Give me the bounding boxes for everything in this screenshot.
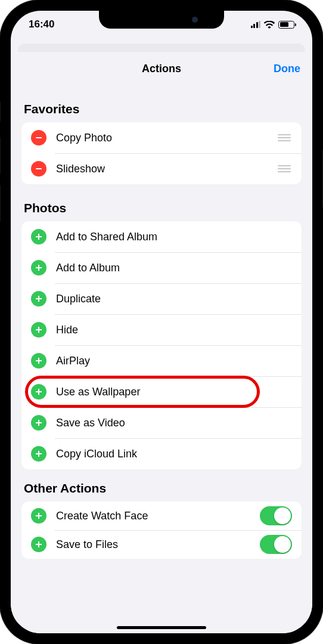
photos-list: Add to Shared Album Add to Album Duplica… <box>21 221 302 469</box>
photos-row-add-shared-album[interactable]: Add to Shared Album <box>21 221 302 252</box>
reorder-handle-icon[interactable] <box>278 134 292 141</box>
nav-bar: Actions Done <box>11 52 312 85</box>
cellular-signal-icon <box>251 21 261 28</box>
row-label: Slideshow <box>56 163 278 175</box>
actions-sheet: Actions Done Favorites Copy Photo <box>11 52 312 633</box>
iphone-device-frame: 16:40 Actions Done Favorites <box>0 0 323 644</box>
add-icon[interactable] <box>31 260 46 275</box>
photos-header: Photos <box>11 184 312 221</box>
mute-switch <box>0 101 1 122</box>
row-label: Duplicate <box>56 293 292 305</box>
row-label: Use as Wallpaper <box>56 386 292 398</box>
reorder-handle-icon[interactable] <box>278 165 292 172</box>
svg-rect-0 <box>36 137 42 138</box>
photos-row-airplay[interactable]: AirPlay <box>21 345 302 376</box>
wifi-icon <box>264 21 275 29</box>
add-icon[interactable] <box>31 322 46 338</box>
row-label: Hide <box>56 324 292 336</box>
add-icon[interactable] <box>31 353 46 369</box>
row-label: Save to Files <box>56 538 260 551</box>
row-label: Create Watch Face <box>56 510 260 522</box>
photos-row-duplicate[interactable]: Duplicate <box>21 283 302 314</box>
add-icon[interactable] <box>31 537 46 552</box>
battery-icon <box>278 21 294 29</box>
volume-up-button <box>0 137 1 174</box>
add-icon[interactable] <box>31 384 46 400</box>
favorites-header: Favorites <box>11 85 312 122</box>
remove-icon[interactable] <box>31 130 46 145</box>
toggle-switch[interactable] <box>260 535 292 554</box>
photos-row-save-as-video[interactable]: Save as Video <box>21 407 302 438</box>
row-label: Save as Video <box>56 417 292 429</box>
screen: 16:40 Actions Done Favorites <box>11 11 312 633</box>
remove-icon[interactable] <box>31 161 46 177</box>
notch <box>99 11 224 29</box>
photos-row-use-as-wallpaper[interactable]: Use as Wallpaper <box>21 376 302 407</box>
row-label: Add to Album <box>56 262 292 274</box>
add-icon[interactable] <box>31 446 46 462</box>
svg-rect-1 <box>36 168 42 169</box>
status-time: 16:40 <box>29 18 54 30</box>
status-right <box>251 21 295 29</box>
photos-row-hide[interactable]: Hide <box>21 314 302 345</box>
add-icon[interactable] <box>31 415 46 431</box>
add-icon[interactable] <box>31 291 46 306</box>
row-label: Add to Shared Album <box>56 231 292 243</box>
add-icon[interactable] <box>31 229 46 244</box>
photos-row-add-album[interactable]: Add to Album <box>21 252 302 283</box>
favorites-row-slideshow[interactable]: Slideshow <box>21 153 302 184</box>
background-card <box>18 44 305 52</box>
done-button[interactable]: Done <box>274 63 300 75</box>
photos-row-copy-icloud-link[interactable]: Copy iCloud Link <box>21 438 302 469</box>
row-label: Copy iCloud Link <box>56 448 292 460</box>
row-label: Copy Photo <box>56 132 278 144</box>
favorites-row-copy-photo[interactable]: Copy Photo <box>21 122 302 153</box>
favorites-list: Copy Photo Slideshow <box>21 122 302 184</box>
volume-down-button <box>0 185 1 222</box>
add-icon[interactable] <box>31 508 46 524</box>
toggle-switch[interactable] <box>260 506 292 525</box>
home-indicator[interactable] <box>117 626 206 629</box>
other-row-save-to-files[interactable]: Save to Files <box>21 530 302 559</box>
content-area: Actions Done Favorites Copy Photo <box>11 11 312 633</box>
other-actions-header: Other Actions <box>11 469 312 501</box>
front-camera <box>192 17 198 23</box>
other-row-create-watch-face[interactable]: Create Watch Face <box>21 501 302 530</box>
other-actions-list: Create Watch Face Save to Files <box>21 501 302 559</box>
row-label: AirPlay <box>56 355 292 367</box>
scroll-body[interactable]: Favorites Copy Photo <box>11 85 312 633</box>
nav-title: Actions <box>142 63 181 75</box>
